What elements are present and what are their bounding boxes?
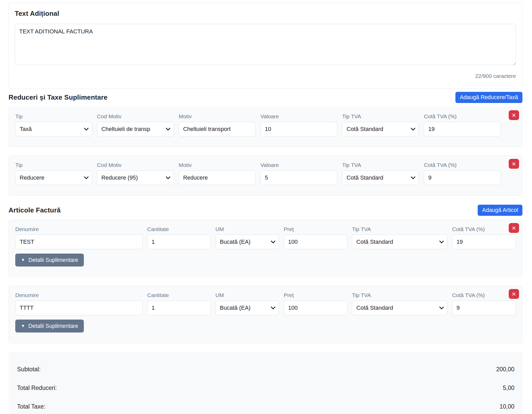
reducere-row: ✕ Tip Reducere Cod Motiv Reducere (95) M…	[9, 156, 522, 196]
cantitate-label: Cantitate	[147, 226, 211, 232]
close-icon[interactable]: ✕	[509, 159, 519, 169]
subtotal-row: Subtotal: 200,00	[17, 366, 514, 373]
add-reducere-taxa-button[interactable]: Adaugă Reducere/Taxă	[455, 92, 522, 103]
chevron-down-icon	[439, 307, 444, 309]
total-reduceri-label: Total Reduceri:	[17, 385, 57, 391]
tip-select[interactable]: Reducere	[15, 171, 92, 185]
pret-input[interactable]	[284, 235, 347, 249]
chevron-down-icon	[271, 307, 275, 309]
cota-tva-label: Cotă TVA (%)	[424, 162, 501, 168]
articol-row: ✕ Denumire Cantitate UM Bucată (EA) Preț	[9, 286, 522, 343]
valoare-field: Valoare	[261, 162, 337, 185]
um-label: UM	[216, 292, 279, 298]
tip-tva-field: Tip TVA Cotă Standard	[342, 113, 419, 136]
subtotal-value: 200,00	[496, 366, 514, 373]
um-label: UM	[216, 226, 279, 232]
cantitate-field: Cantitate	[147, 292, 211, 315]
tip-label: Tip	[15, 113, 92, 120]
pret-field: Preț	[284, 226, 347, 249]
chevron-down-icon	[166, 128, 170, 131]
close-icon[interactable]: ✕	[509, 223, 519, 233]
cod-motiv-field: Cod Motiv Cheltuieli de transp	[97, 113, 174, 136]
motiv-field: Motiv	[179, 162, 256, 185]
valoare-input[interactable]	[261, 171, 337, 185]
total-taxe-row: Total Taxe: 10,00	[17, 403, 514, 410]
um-select[interactable]: Bucată (EA)	[216, 301, 279, 315]
cota-tva-input[interactable]	[424, 171, 501, 185]
tip-tva-label: Tip TVA	[342, 162, 419, 168]
chevron-down-icon	[439, 241, 444, 243]
cota-tva-label: Cotă TVA (%)	[452, 292, 516, 298]
cantitate-label: Cantitate	[147, 292, 211, 298]
cota-tva-field: Cotă TVA (%)	[452, 292, 516, 315]
tip-tva-select[interactable]: Cotă Standard	[352, 301, 447, 315]
cota-tva-input[interactable]	[452, 235, 516, 249]
valoare-input[interactable]	[261, 122, 337, 136]
chevron-down-icon	[84, 128, 88, 131]
cantitate-input[interactable]	[147, 235, 211, 249]
totals-card: Subtotal: 200,00 Total Reduceri: 5,00 To…	[9, 352, 522, 414]
tip-field: Tip Taxă	[15, 113, 92, 136]
valoare-label: Valoare	[261, 113, 337, 120]
denumire-input[interactable]	[15, 235, 143, 249]
cota-tva-field: Cotă TVA (%)	[424, 162, 501, 185]
cod-motiv-select[interactable]: Cheltuieli de transp	[97, 122, 174, 136]
articol-fields: Denumire Cantitate UM Bucată (EA) Preț T…	[15, 226, 516, 249]
articole-title: Articole Factură	[9, 206, 61, 214]
articol-fields: Denumire Cantitate UM Bucată (EA) Preț T…	[15, 292, 516, 315]
denumire-input[interactable]	[15, 301, 143, 315]
tip-tva-label: Tip TVA	[352, 292, 447, 298]
tip-tva-label: Tip TVA	[352, 226, 447, 232]
um-select[interactable]: Bucată (EA)	[216, 235, 279, 249]
total-reduceri-value: 5,00	[503, 385, 514, 391]
motiv-label: Motiv	[179, 162, 256, 168]
reducere-fields: Tip Reducere Cod Motiv Reducere (95) Mot…	[15, 162, 516, 185]
cantitate-input[interactable]	[147, 301, 211, 315]
pret-label: Preț	[284, 292, 347, 298]
cod-motiv-select[interactable]: Reducere (95)	[97, 171, 174, 185]
additional-text-input[interactable]: TEXT ADITIONAL FACTURA	[15, 24, 516, 65]
pret-field: Preț	[284, 292, 347, 315]
reduceri-section-header: Reduceri și Taxe Suplimentare Adaugă Red…	[9, 91, 522, 103]
detalii-suplimentare-label: Detalii Suplimentare	[28, 323, 78, 329]
reduceri-title: Reduceri și Taxe Suplimentare	[9, 93, 107, 101]
close-icon[interactable]: ✕	[509, 110, 519, 120]
tip-select[interactable]: Taxă	[15, 122, 92, 136]
cota-tva-input[interactable]	[424, 122, 501, 136]
total-reduceri-row: Total Reduceri: 5,00	[17, 385, 514, 391]
reducere-fields: Tip Taxă Cod Motiv Cheltuieli de transp …	[15, 113, 516, 136]
tip-tva-select[interactable]: Cotă Standard	[352, 235, 447, 249]
motiv-input[interactable]	[179, 122, 256, 136]
cota-tva-field: Cotă TVA (%)	[424, 113, 501, 136]
tip-tva-field: Tip TVA Cotă Standard	[352, 292, 447, 315]
cod-motiv-field: Cod Motiv Reducere (95)	[97, 162, 174, 185]
valoare-field: Valoare	[261, 113, 337, 136]
tip-tva-field: Tip TVA Cotă Standard	[352, 226, 447, 249]
cota-tva-label: Cotă TVA (%)	[424, 113, 501, 120]
total-taxe-value: 10,00	[499, 403, 514, 410]
tip-tva-select[interactable]: Cotă Standard	[342, 122, 419, 136]
denumire-label: Denumire	[15, 292, 143, 298]
pret-input[interactable]	[284, 301, 347, 315]
add-articol-button[interactable]: Adaugă Articol	[478, 205, 522, 216]
chevron-down-icon	[271, 241, 275, 243]
caret-down-icon: ▼	[21, 324, 25, 328]
close-icon[interactable]: ✕	[509, 289, 519, 299]
reducere-row: ✕ Tip Taxă Cod Motiv Cheltuieli de trans…	[9, 107, 522, 147]
cota-tva-label: Cotă TVA (%)	[452, 226, 516, 232]
cod-motiv-label: Cod Motiv	[97, 162, 174, 168]
additional-text-title: Text Adițional	[15, 10, 516, 18]
detalii-suplimentare-label: Detalii Suplimentare	[28, 257, 78, 263]
detalii-suplimentare-button[interactable]: ▼ Detalii Suplimentare	[15, 320, 84, 332]
tip-tva-label: Tip TVA	[342, 113, 419, 120]
articole-section-header: Articole Factură Adaugă Articol	[9, 204, 522, 216]
additional-text-card: Text Adițional TEXT ADITIONAL FACTURA 22…	[9, 3, 522, 89]
valoare-label: Valoare	[261, 162, 337, 168]
pret-label: Preț	[284, 226, 347, 232]
cota-tva-input[interactable]	[452, 301, 516, 315]
denumire-field: Denumire	[15, 292, 143, 315]
tip-field: Tip Reducere	[15, 162, 92, 185]
motiv-input[interactable]	[179, 171, 256, 185]
tip-tva-select[interactable]: Cotă Standard	[342, 171, 419, 185]
detalii-suplimentare-button[interactable]: ▼ Detalii Suplimentare	[15, 254, 84, 267]
